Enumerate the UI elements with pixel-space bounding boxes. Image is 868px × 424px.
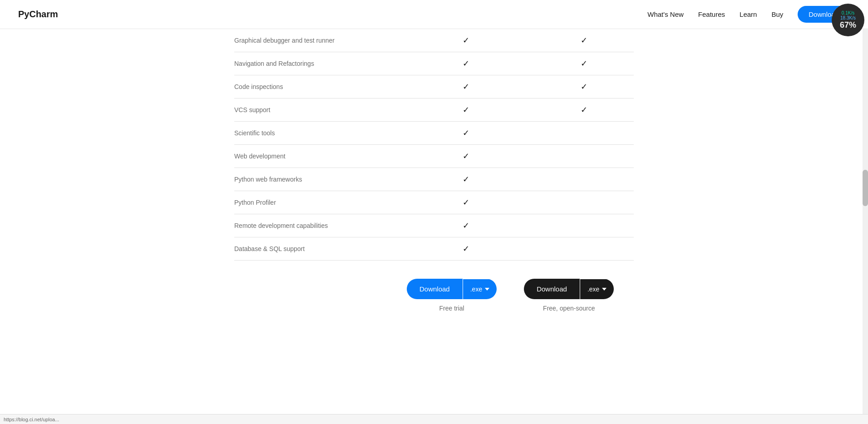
professional-download-group: Download .exe Free trial: [407, 279, 497, 312]
check-icon: ✓: [581, 35, 587, 45]
nav-learn[interactable]: Learn: [740, 10, 757, 19]
community-chevron-icon: [602, 288, 607, 291]
speed-up: 0.1K/s: [842, 10, 854, 15]
professional-check: ✓: [407, 197, 525, 207]
feature-table: Graphical debugger and test runner✓✓Navi…: [234, 29, 634, 261]
download-section: Download .exe Free trial Download .exe F…: [234, 261, 634, 330]
community-check: ✓: [525, 82, 643, 92]
feature-name: Python Profiler: [234, 199, 407, 206]
feature-name: Python web frameworks: [234, 176, 407, 183]
site-logo[interactable]: PyCharm: [18, 9, 58, 20]
community-sublabel: Free, open-source: [543, 305, 595, 312]
professional-check: ✓: [407, 82, 525, 92]
scrollbar-thumb[interactable]: [863, 170, 868, 206]
community-download-button[interactable]: Download: [524, 279, 580, 299]
professional-download-container: Download .exe: [407, 279, 497, 299]
check-icon: ✓: [463, 59, 469, 69]
speed-percentage: 67%: [840, 20, 856, 30]
table-row: Navigation and Refactorings✓✓: [234, 52, 634, 75]
table-row: Graphical debugger and test runner✓✓: [234, 29, 634, 52]
feature-name: Database & SQL support: [234, 245, 407, 252]
check-icon: ✓: [463, 244, 469, 254]
nav-links: What's New Features Learn Buy: [647, 10, 783, 19]
table-row: VCS support✓✓: [234, 99, 634, 122]
community-ext-button[interactable]: .exe: [580, 279, 614, 299]
table-row: Remote development capabilities✓: [234, 214, 634, 237]
nav-features[interactable]: Features: [698, 10, 725, 19]
feature-name: Web development: [234, 153, 407, 160]
navbar: PyCharm What's New Features Learn Buy Do…: [0, 0, 868, 29]
professional-check: ✓: [407, 59, 525, 69]
check-icon: ✓: [581, 59, 587, 69]
check-icon: ✓: [463, 128, 469, 138]
community-check: ✓: [525, 59, 643, 69]
feature-name: VCS support: [234, 106, 407, 113]
professional-chevron-icon: [485, 288, 489, 291]
table-row: Web development✓: [234, 145, 634, 168]
community-download-container: Download .exe: [524, 279, 614, 299]
professional-download-button[interactable]: Download: [407, 279, 463, 299]
speed-down: 18.3K/s: [840, 15, 856, 20]
professional-check: ✓: [407, 244, 525, 254]
professional-check: ✓: [407, 174, 525, 184]
community-btn-divider: [580, 279, 580, 299]
feature-name: Remote development capabilities: [234, 222, 407, 229]
professional-sublabel: Free trial: [439, 305, 464, 312]
check-icon: ✓: [463, 35, 469, 45]
professional-ext-button[interactable]: .exe: [463, 279, 497, 299]
table-row: Python Profiler✓: [234, 191, 634, 214]
feature-name: Navigation and Refactorings: [234, 60, 407, 67]
feature-name: Code inspections: [234, 83, 407, 90]
community-download-group: Download .exe Free, open-source: [524, 279, 614, 312]
check-icon: ✓: [463, 197, 469, 207]
check-icon: ✓: [463, 221, 469, 231]
community-check: ✓: [525, 35, 643, 45]
feature-name: Graphical debugger and test runner: [234, 37, 407, 44]
check-icon: ✓: [581, 82, 587, 92]
feature-name: Scientific tools: [234, 129, 407, 137]
speed-widget: 0.1K/s 18.3K/s 67%: [832, 4, 864, 36]
professional-btn-divider: [463, 279, 463, 299]
professional-ext-label: .exe: [470, 286, 482, 293]
check-icon: ✓: [463, 174, 469, 184]
community-ext-label: .exe: [587, 286, 599, 293]
nav-whats-new[interactable]: What's New: [647, 10, 684, 19]
table-row: Database & SQL support✓: [234, 237, 634, 261]
check-icon: ✓: [463, 105, 469, 115]
professional-check: ✓: [407, 221, 525, 231]
table-row: Code inspections✓✓: [234, 75, 634, 99]
community-check: ✓: [525, 105, 643, 115]
professional-check: ✓: [407, 151, 525, 161]
check-icon: ✓: [463, 151, 469, 161]
scrollbar-track[interactable]: [863, 0, 868, 330]
professional-check: ✓: [407, 35, 525, 45]
table-row: Scientific tools✓: [234, 122, 634, 145]
check-icon: ✓: [463, 82, 469, 92]
main-content: Graphical debugger and test runner✓✓Navi…: [216, 29, 652, 330]
professional-check: ✓: [407, 105, 525, 115]
professional-check: ✓: [407, 128, 525, 138]
check-icon: ✓: [581, 105, 587, 115]
table-row: Python web frameworks✓: [234, 168, 634, 191]
nav-buy[interactable]: Buy: [771, 10, 783, 19]
